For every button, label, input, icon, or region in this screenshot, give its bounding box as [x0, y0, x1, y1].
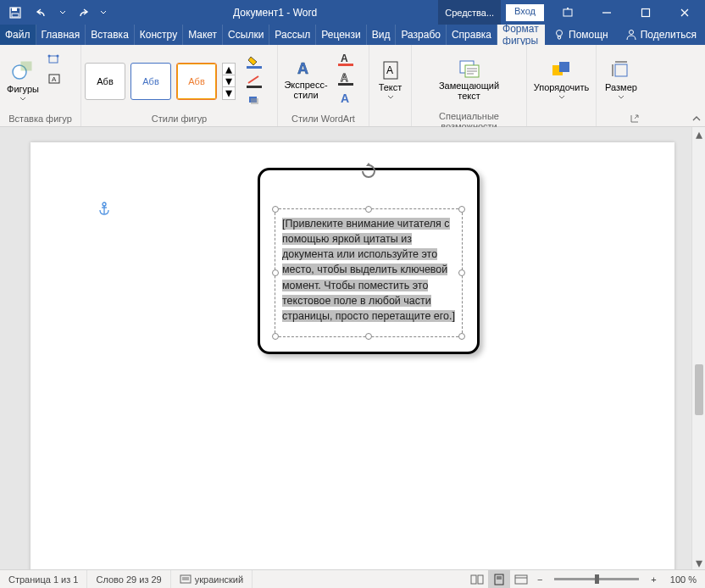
svg-rect-3 [563, 9, 572, 16]
alt-text-button[interactable]: Замещающий текст [436, 50, 503, 109]
tab-view[interactable]: Вид [367, 25, 397, 45]
document-canvas[interactable]: [Привлеките внимание читателя с помощью … [0, 127, 691, 569]
handle-tr[interactable] [458, 206, 465, 213]
svg-rect-21 [338, 64, 353, 66]
tab-references[interactable]: Ссылки [223, 25, 269, 45]
tab-insert[interactable]: Вставка [86, 25, 135, 45]
shape-fill-button[interactable] [241, 53, 268, 71]
arrange-icon [551, 60, 573, 80]
size-button[interactable]: Размер [600, 50, 642, 109]
shape-style-more[interactable]: ▴▾▾ [222, 63, 236, 100]
tell-me-button[interactable]: Помощн [545, 25, 617, 45]
word-count[interactable]: Слово 29 из 29 [87, 570, 170, 588]
group-wordart-styles: A Экспресс-стили A A A Стили WordArt [278, 45, 369, 126]
tab-shape-format[interactable]: Формат фигуры [497, 25, 545, 45]
tab-developer[interactable]: Разрабо [396, 25, 447, 45]
quick-styles-button[interactable]: A Экспресс-стили [281, 50, 330, 109]
shape-style-3[interactable]: Абв [176, 63, 217, 100]
redo-button[interactable] [71, 2, 95, 23]
text-fill-button[interactable]: A [332, 50, 359, 69]
group-shape-styles: Абв Абв Абв ▴▾▾ Стили фигур [81, 45, 278, 126]
spellcheck-icon [180, 574, 192, 585]
text-box-button[interactable]: A [44, 69, 64, 88]
shape-outline-button[interactable] [241, 72, 268, 91]
shape-style-2[interactable]: Абв [130, 63, 171, 100]
size-icon [611, 60, 631, 80]
rounded-rect-shape[interactable]: [Привлеките внимание читателя с помощью … [258, 168, 480, 354]
handle-l[interactable] [272, 269, 279, 276]
ribbon: Фигуры A Вставка фигур Абв Абв Абв ▴▾▾ [0, 45, 705, 127]
read-mode-button[interactable] [466, 570, 488, 589]
edit-shape-button[interactable] [44, 50, 64, 69]
size-launcher[interactable] [629, 113, 641, 125]
rotate-handle[interactable] [360, 163, 377, 180]
svg-point-12 [57, 55, 59, 58]
textbox-text[interactable]: [Привлеките внимание читателя с помощью … [282, 216, 455, 330]
group-label-arrange [530, 122, 592, 126]
tab-mailings[interactable]: Рассыл [269, 25, 316, 45]
svg-rect-34 [615, 64, 627, 76]
sign-in-button[interactable]: Вход [506, 4, 544, 21]
close-button[interactable] [666, 0, 703, 25]
page-count[interactable]: Страница 1 из 1 [0, 570, 87, 588]
minimize-button[interactable] [588, 0, 625, 25]
scroll-thumb[interactable] [695, 364, 703, 415]
inner-textbox[interactable]: [Привлеките внимание читателя с помощью … [275, 208, 463, 337]
zoom-level[interactable]: 100 % [662, 570, 705, 588]
text-effects-icon: A [338, 92, 353, 105]
ribbon-options-button[interactable] [549, 0, 586, 25]
maximize-button[interactable] [627, 0, 664, 25]
arrange-button[interactable]: Упорядочить [530, 50, 592, 109]
shapes-gallery-button[interactable]: Фигуры [3, 50, 42, 109]
drawing-tools-tab[interactable]: Средства... [438, 0, 501, 25]
text-direction-button[interactable]: A Текст [373, 50, 408, 109]
shapes-label: Фигуры [7, 84, 39, 94]
handle-r[interactable] [458, 269, 465, 276]
zoom-knob[interactable] [595, 574, 599, 584]
tab-layout[interactable]: Макет [183, 25, 223, 45]
tab-design[interactable]: Констру [135, 25, 183, 45]
edit-shape-icon [47, 53, 61, 66]
collapse-ribbon-button[interactable] [691, 114, 702, 125]
group-insert-shapes: Фигуры A Вставка фигур [0, 45, 81, 126]
zoom-in-button[interactable]: + [646, 574, 661, 585]
tab-home[interactable]: Главная [36, 25, 86, 45]
alt-text-icon [458, 58, 480, 79]
shape-effects-button[interactable] [241, 92, 268, 110]
svg-rect-5 [642, 8, 650, 16]
undo-dropdown[interactable] [58, 2, 68, 23]
share-button[interactable]: Поделиться [617, 25, 705, 45]
handle-b[interactable] [365, 333, 372, 340]
group-size: Размер [597, 45, 646, 126]
wordart-icon: A [296, 59, 316, 78]
language-indicator[interactable]: украинский [171, 570, 253, 588]
shape-style-1[interactable]: Абв [85, 63, 125, 100]
handle-bl[interactable] [272, 333, 279, 340]
undo-button[interactable] [31, 2, 54, 23]
group-label-size [600, 122, 642, 126]
web-layout-button[interactable] [510, 570, 532, 589]
zoom-out-button[interactable]: − [532, 574, 547, 585]
tab-help[interactable]: Справка [447, 25, 497, 45]
handle-t[interactable] [365, 206, 372, 213]
tab-review[interactable]: Рецензи [316, 25, 366, 45]
scroll-down-button[interactable]: ▾ [692, 556, 705, 569]
zoom-slider[interactable] [554, 578, 639, 580]
selected-text[interactable]: [Привлеките внимание читателя с помощью … [282, 218, 455, 322]
svg-rect-44 [478, 575, 483, 584]
title-bar: Документ1 - Word Средства... Вход [0, 0, 705, 25]
print-layout-button[interactable] [488, 570, 510, 589]
tab-file[interactable]: Файл [0, 25, 36, 45]
handle-br[interactable] [458, 333, 465, 340]
qat-customize[interactable] [98, 2, 108, 23]
text-outline-button[interactable]: A [332, 69, 359, 88]
handle-tl[interactable] [272, 206, 279, 213]
svg-rect-16 [247, 86, 262, 88]
scroll-up-button[interactable]: ▴ [692, 127, 705, 141]
svg-point-7 [629, 31, 633, 35]
text-effects-button[interactable]: A [332, 89, 359, 108]
svg-rect-33 [559, 62, 569, 72]
vertical-scrollbar[interactable]: ▴ ▾ [691, 127, 705, 569]
save-button[interactable] [3, 2, 27, 23]
page[interactable]: [Привлеките внимание читателя с помощью … [31, 142, 674, 569]
